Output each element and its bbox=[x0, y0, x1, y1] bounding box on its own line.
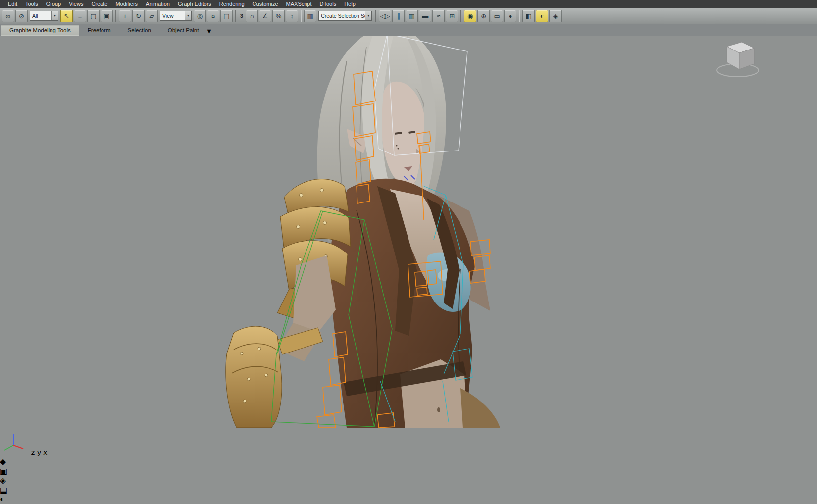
isolate-selection-icon[interactable]: ◐ bbox=[536, 10, 548, 22]
select-and-rotate-icon[interactable]: ↻ bbox=[132, 10, 145, 22]
ribbon-tabs: Graphite Modeling ToolsFreeformSelection… bbox=[0, 24, 817, 36]
select-and-scale-icon-glyph: ▱ bbox=[150, 13, 154, 19]
menu-group[interactable]: Group bbox=[42, 0, 65, 7]
select-and-link-icon[interactable]: ∞ bbox=[2, 10, 14, 22]
graphite-ribbon-toggle-icon[interactable]: ▬ bbox=[419, 10, 431, 22]
selection-filter-dropdown-value: All bbox=[30, 13, 51, 19]
scene-explorer-icon-glyph: ◧ bbox=[525, 13, 531, 19]
layer-manager-icon[interactable]: ▥ bbox=[406, 10, 418, 22]
toolbar-separator bbox=[301, 10, 302, 22]
right-strip: ◆▣◈▤◐ bbox=[0, 457, 817, 504]
right-strip-icon-4-glyph: ▤ bbox=[0, 486, 7, 494]
toolbar-separator bbox=[460, 10, 461, 22]
menu-dtools[interactable]: DTools bbox=[316, 0, 341, 7]
edit-selection-sets-icon[interactable]: ▦ bbox=[304, 10, 316, 22]
percent-snap-icon[interactable]: % bbox=[272, 10, 285, 22]
curve-editor-icon-glyph: ≈ bbox=[437, 13, 440, 19]
snaps-toggle-icon[interactable]: ∩ bbox=[246, 10, 258, 22]
select-object-icon[interactable]: ↖ bbox=[60, 10, 73, 22]
reference-coordinate-dropdown-value: View bbox=[160, 13, 185, 19]
percent-snap-icon-glyph: % bbox=[276, 13, 282, 19]
mirror-icon-glyph: ◁▷ bbox=[380, 13, 390, 19]
window-crossing-icon-glyph: ▣ bbox=[103, 13, 109, 19]
right-strip-icon-5[interactable]: ◐ bbox=[0, 495, 817, 504]
selection-filter-dropdown[interactable]: All▼ bbox=[30, 11, 58, 21]
reference-coordinate-dropdown[interactable]: View▼ bbox=[160, 11, 192, 21]
render-setup-icon[interactable]: ⊕ bbox=[477, 10, 490, 22]
rendered-frame-window-icon[interactable]: ▭ bbox=[491, 10, 503, 22]
mirror-icon[interactable]: ◁▷ bbox=[379, 10, 391, 22]
right-strip-icon-1-glyph: ◆ bbox=[0, 457, 6, 466]
select-and-manipulate-icon[interactable]: ¤ bbox=[207, 10, 219, 22]
tab-graphite-modeling-tools[interactable]: Graphite Modeling Tools bbox=[1, 25, 79, 36]
spinner-snap-icon-glyph: ↕ bbox=[290, 13, 294, 19]
align-icon-glyph: ∥ bbox=[397, 13, 400, 19]
angle-snap-icon-glyph: ∠ bbox=[262, 13, 268, 19]
tab-selection[interactable]: Selection bbox=[119, 25, 159, 36]
toolbar-separator bbox=[375, 10, 376, 22]
spinner-snap-icon[interactable]: ↕ bbox=[286, 10, 298, 22]
select-and-scale-icon[interactable]: ▱ bbox=[146, 10, 158, 22]
use-pivot-center-icon[interactable]: ◎ bbox=[194, 10, 206, 22]
viewport-perspective[interactable]: [ + ][ Perspective ][ Realistic ] bbox=[0, 23, 817, 457]
window-crossing-icon[interactable]: ▣ bbox=[101, 10, 113, 22]
right-strip-icon-3[interactable]: ◈ bbox=[0, 476, 817, 485]
right-strip-icon-1[interactable]: ◆ bbox=[0, 457, 817, 466]
tab-object-paint[interactable]: Object Paint bbox=[159, 25, 207, 36]
menu-customize[interactable]: Customize bbox=[249, 0, 282, 7]
material-editor-icon-glyph: ◉ bbox=[467, 13, 473, 19]
use-pivot-center-icon-glyph: ◎ bbox=[197, 13, 203, 19]
main-toolbar: ∞⊘All▼↖≡▢▣+↻▱View▼◎¤▤3∩∠%↕▦Create Select… bbox=[0, 8, 817, 24]
schematic-view-icon[interactable]: ⊞ bbox=[446, 10, 458, 22]
scene-explorer-icon[interactable]: ◧ bbox=[522, 10, 535, 22]
keyboard-override-icon-glyph: ▤ bbox=[223, 13, 229, 19]
menu-graph-editors[interactable]: Graph Editors bbox=[174, 0, 215, 7]
keyboard-override-icon[interactable]: ▤ bbox=[220, 10, 233, 22]
menu-help[interactable]: Help bbox=[340, 0, 359, 7]
application-window: EditToolsGroupViewsCreateModifiersAnimat… bbox=[0, 0, 817, 504]
menu-modifiers[interactable]: Modifiers bbox=[111, 0, 142, 7]
menu-maxscript[interactable]: MAXScript bbox=[282, 0, 316, 7]
viewport-canvas[interactable] bbox=[0, 32, 764, 428]
menu-rendering[interactable]: Rendering bbox=[215, 0, 249, 7]
right-strip-icon-3-glyph: ◈ bbox=[0, 476, 6, 485]
right-strip-icon-5-glyph: ◐ bbox=[0, 495, 5, 503]
display-toggle-icon[interactable]: ◈ bbox=[549, 10, 562, 22]
angle-snap-icon[interactable]: ∠ bbox=[259, 10, 271, 22]
named-selection-sets-dropdown[interactable]: Create Selection Set▼ bbox=[318, 11, 372, 21]
snap-mode-label: 3 bbox=[239, 13, 245, 19]
named-selection-sets-dropdown-value: Create Selection Set bbox=[319, 13, 365, 19]
dropdown-arrow-icon: ▼ bbox=[365, 11, 371, 20]
axis-gizmo: z y x bbox=[0, 430, 817, 457]
view-cube[interactable] bbox=[717, 42, 759, 77]
select-and-move-icon-glyph: + bbox=[123, 13, 127, 19]
edit-selection-sets-icon-glyph: ▦ bbox=[307, 13, 313, 19]
graphite-ribbon-toggle-icon-glyph: ▬ bbox=[422, 13, 428, 19]
selection-region-icon[interactable]: ▢ bbox=[87, 10, 100, 22]
toolbar-separator bbox=[235, 10, 236, 22]
tab-freeform[interactable]: Freeform bbox=[79, 25, 119, 36]
right-strip-icon-4[interactable]: ▤ bbox=[0, 485, 817, 495]
menu-edit[interactable]: Edit bbox=[4, 0, 21, 7]
snaps-toggle-icon-glyph: ∩ bbox=[250, 13, 254, 19]
menu-views[interactable]: Views bbox=[65, 0, 87, 7]
menu-tools[interactable]: Tools bbox=[21, 0, 42, 7]
menu-animation[interactable]: Animation bbox=[142, 0, 174, 7]
dropdown-arrow-icon: ▼ bbox=[185, 11, 191, 20]
ribbon-display-toggle-icon[interactable]: ▾ bbox=[207, 26, 211, 36]
right-strip-icon-2[interactable]: ▣ bbox=[0, 466, 817, 476]
display-toggle-icon-glyph: ◈ bbox=[553, 13, 558, 19]
select-and-move-icon[interactable]: + bbox=[119, 10, 131, 22]
curve-editor-icon[interactable]: ≈ bbox=[432, 10, 445, 22]
select-and-link-icon-glyph: ∞ bbox=[6, 13, 10, 19]
menu-create[interactable]: Create bbox=[87, 0, 111, 7]
select-by-name-icon[interactable]: ≡ bbox=[74, 10, 86, 22]
render-production-icon[interactable]: ● bbox=[504, 10, 516, 22]
rendered-frame-window-icon-glyph: ▭ bbox=[494, 13, 500, 19]
unlink-selection-icon[interactable]: ⊘ bbox=[15, 10, 28, 22]
align-icon[interactable]: ∥ bbox=[392, 10, 405, 22]
select-and-rotate-icon-glyph: ↻ bbox=[136, 13, 141, 19]
z-axis-label: z bbox=[31, 448, 35, 456]
material-editor-icon[interactable]: ◉ bbox=[464, 10, 476, 22]
select-and-manipulate-icon-glyph: ¤ bbox=[211, 13, 215, 19]
